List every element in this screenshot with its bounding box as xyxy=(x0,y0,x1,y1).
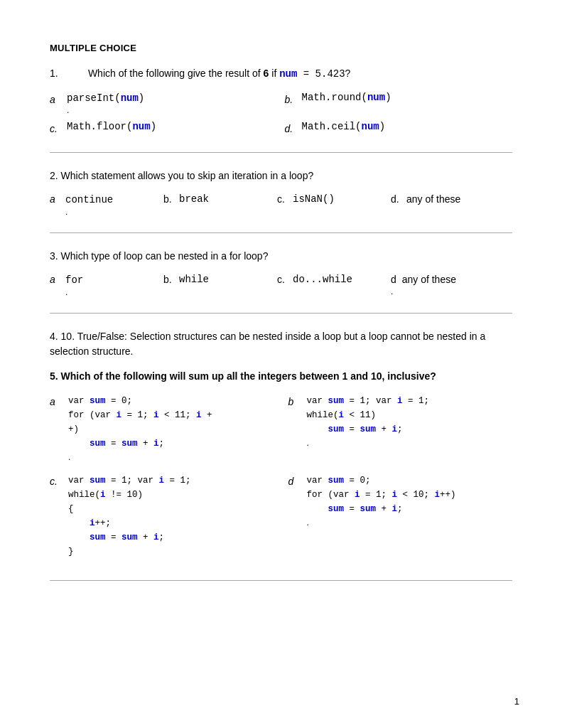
divider-1 xyxy=(50,152,512,153)
section-title: MULTIPLE CHOICE xyxy=(50,43,512,53)
q3-option-b: b. while xyxy=(163,274,277,285)
q2-text: 2. Which statement allows you to skip an… xyxy=(50,168,512,183)
divider-2 xyxy=(50,232,512,233)
q2-option-d: d. any of these xyxy=(391,193,504,205)
q1-option-b: b. Math.round(num) xyxy=(285,92,513,115)
q2-option-a: a continue . xyxy=(50,193,163,217)
q3-option-a: a for . xyxy=(50,274,163,297)
q5-options: a var sum = 0; for (var i = 1; i < 11; i… xyxy=(50,394,512,559)
q1-option-a: a parseInt(num) . xyxy=(50,92,278,115)
q1-text-content: Which of the following give the result o… xyxy=(88,68,351,79)
q5-option-b: b var sum = 1; var i = 1; while(i < 11) … xyxy=(288,394,513,462)
q1-text: 1. Which of the following give the resul… xyxy=(50,66,512,82)
q5-text: 5. Which of the following will sum up al… xyxy=(50,369,512,384)
q2-number: 2. xyxy=(50,170,61,181)
question-4: 4. 10. True/False: Selection structures … xyxy=(50,329,512,359)
q1-options: a parseInt(num) . b. Math.round(num) c. … xyxy=(50,92,512,136)
question-2: 2. Which statement allows you to skip an… xyxy=(50,168,512,217)
divider-3 xyxy=(50,313,512,314)
q5-option-a: a var sum = 0; for (var i = 1; i < 11; i… xyxy=(50,394,274,462)
q2-option-c: c. isNaN() xyxy=(277,193,391,205)
page-number: 1 xyxy=(514,696,519,707)
q1-option-c: c. Math.floor(num) xyxy=(50,121,278,136)
q3-number: 3. xyxy=(50,250,61,262)
q3-text: 3. Which type of loop can be nested in a… xyxy=(50,249,512,264)
question-1: 1. Which of the following give the resul… xyxy=(50,66,512,136)
q3-options: a for . b. while c. do...while d any of … xyxy=(50,274,512,297)
question-5: 5. Which of the following will sum up al… xyxy=(50,369,512,559)
q1-number: 1. xyxy=(50,66,85,81)
q2-option-b: b. break xyxy=(163,193,277,205)
question-3: 3. Which type of loop can be nested in a… xyxy=(50,249,512,297)
q2-options: a continue . b. break c. isNaN() d. any … xyxy=(50,193,512,217)
q5-option-c: c. var sum = 1; var i = 1; while(i != 10… xyxy=(50,473,274,559)
q5-option-d: d var sum = 0; for (var i = 1; i < 10; i… xyxy=(288,473,513,559)
q4-text: 4. 10. True/False: Selection structures … xyxy=(50,329,512,359)
q3-option-c: c. do...while xyxy=(277,274,391,285)
q3-option-d: d any of these . xyxy=(391,274,490,296)
q1-option-d: d. Math.ceil(num) xyxy=(285,121,513,136)
divider-4 xyxy=(50,580,512,581)
